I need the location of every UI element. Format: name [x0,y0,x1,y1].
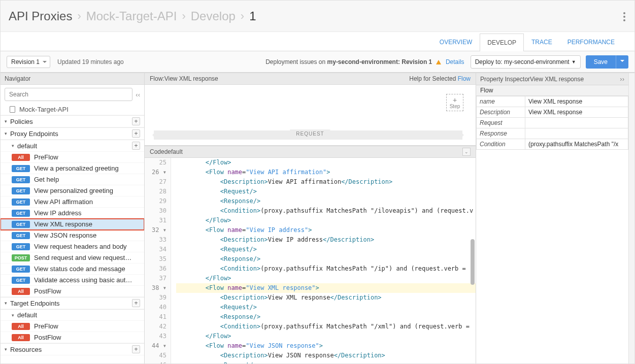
inspector-row[interactable]: DescriptionView XML response [477,107,628,118]
code-editor[interactable]: 2526 ▾272829303132 ▾333435363738 ▾394041… [145,158,476,363]
inspector-key: Condition [477,139,525,150]
inspector-value[interactable] [525,128,628,139]
chevron-right-icon: › [241,10,244,23]
inspector-value[interactable]: View XML response [525,107,628,118]
code-line[interactable]: <Response/> [176,312,476,322]
crumb-proxy[interactable]: Mock-Target-API [86,9,177,23]
revision-select[interactable]: Revision 1 [7,56,50,68]
center-panel: Flow: View XML response Help for Selecte… [145,73,476,363]
breadcrumb: API Proxies › Mock-Target-API › Develop … [1,1,634,32]
code-line[interactable]: <Flow name="View IP address"> [176,225,476,235]
code-line[interactable]: <Request/> [176,303,476,312]
method-badge: GET [12,266,30,273]
kebab-menu-icon[interactable] [623,11,625,23]
code-line[interactable]: <Request/> [176,187,476,196]
flow-item[interactable]: AllPostFlow [1,332,144,343]
add-policy-button[interactable]: + [132,117,140,125]
flow-item[interactable]: GETView personalized greeting [1,185,144,196]
inspector-key: Description [477,107,525,118]
flow-item[interactable]: POSTSend request and view request… [1,252,144,263]
flow-label: PreFlow [34,153,140,161]
inspector-value[interactable] [525,118,628,128]
add-target-endpoint-button[interactable]: + [132,299,140,307]
method-badge: GET [12,187,30,194]
code-line[interactable]: </Flow> [176,216,476,225]
tab-trace[interactable]: TRACE [524,33,560,51]
flow-item[interactable]: GETView a personalized greeting [1,163,144,174]
method-badge: GET [12,210,30,217]
crumb-api-proxies[interactable]: API Proxies [9,9,72,23]
page-scrollbar[interactable] [628,73,634,363]
flow-item[interactable]: GETGet help [1,174,144,185]
add-proxy-endpoint-button[interactable]: + [132,129,140,138]
code-line[interactable]: <Response/> [176,196,476,206]
code-line[interactable]: <Condition>(proxy.pathsuffix MatchesPath… [176,206,476,216]
code-line[interactable]: <Description>View XML response</Descript… [176,293,476,303]
flow-item[interactable]: AllPostFlow [1,286,144,297]
search-input[interactable] [5,88,132,101]
add-resource-button[interactable]: + [132,345,140,353]
code-line[interactable]: <Condition>(proxy.pathsuffix MatchesPath… [176,264,476,274]
flow-item[interactable]: GETView API affirmation [1,196,144,208]
collapse-navigator-icon[interactable]: ‹‹ [136,91,140,98]
code-line[interactable]: </Flow> [176,332,476,341]
code-line[interactable]: <Request/> [176,245,476,254]
code-line[interactable]: <Flow name="View JSON response"> [176,341,476,351]
navigator-panel: Navigator ‹‹ Mock-Target-API Policies + … [1,73,145,363]
inspector-row[interactable]: Condition(proxy.pathsuffix MatchesPath "… [477,139,628,150]
flow-item[interactable]: GETView request headers and body [1,241,144,252]
code-line[interactable]: <Request/> [176,360,476,363]
tree-root-proxy[interactable]: Mock-Target-API [1,104,144,115]
code-line[interactable]: <Flow name="View XML response"> [176,283,476,293]
flow-item[interactable]: AllPreFlow [1,321,144,332]
help-flow-link[interactable]: Flow [458,75,471,82]
flow-label: View XML response [34,220,140,228]
inspector-row[interactable]: Request [477,118,628,128]
flow-item[interactable]: GETView IP address [1,208,144,219]
warning-icon [436,60,441,64]
expand-inspector-icon[interactable]: ›› [620,75,624,83]
inspector-row[interactable]: nameView XML response [477,96,628,107]
details-link[interactable]: Details [446,58,464,65]
flow-label: View IP address [34,209,140,217]
code-line[interactable]: <Condition>(proxy.pathsuffix MatchesPath… [176,322,476,332]
flow-item[interactable]: GETValidate access using basic aut… [1,275,144,286]
add-step-button[interactable]: + Step [446,94,463,111]
crumb-section[interactable]: Develop [191,9,236,23]
code-options-dropdown[interactable]: ⌄ [462,148,471,156]
inspector-value[interactable]: (proxy.pathsuffix MatchesPath "/x [525,139,628,150]
flow-canvas[interactable]: + Step REQUEST [145,85,476,146]
target-endpoint-default[interactable]: default [1,309,144,321]
proxy-endpoint-default[interactable]: default + [1,140,144,152]
method-badge: All [12,334,30,341]
scrollbar-thumb[interactable] [471,239,475,285]
flow-label: Send request and view request… [34,254,140,261]
flow-item[interactable]: AllPreFlow [1,152,144,163]
section-target-endpoints[interactable]: Target Endpoints + [1,297,144,309]
code-line[interactable]: </Flow> [176,158,476,168]
code-line[interactable]: <Flow name="View API affirmation"> [176,168,476,177]
code-line[interactable]: </Flow> [176,274,476,283]
code-line[interactable]: <Response/> [176,254,476,264]
section-proxy-endpoints[interactable]: Proxy Endpoints + [1,127,144,140]
deploy-to-select[interactable]: Deploy to: my-second-environment ▼ [471,55,581,69]
tab-develop[interactable]: DEVELOP [480,34,524,51]
save-button[interactable]: Save [586,55,616,69]
code-line[interactable]: <Description>View IP address</Descriptio… [176,235,476,245]
action-bar: Revision 1 Updated 19 minutes ago Deploy… [1,51,634,73]
save-dropdown[interactable] [616,55,628,69]
flow-item[interactable]: GETView JSON response [1,230,144,241]
code-line[interactable]: <Description>View JSON response</Descrip… [176,351,476,360]
add-flow-button[interactable]: + [132,142,140,150]
section-policies[interactable]: Policies + [1,115,144,127]
inspector-value[interactable]: View XML response [525,96,628,107]
tab-overview[interactable]: OVERVIEW [432,33,480,51]
inspector-row[interactable]: Response [477,128,628,139]
navigator-tree[interactable]: Mock-Target-API Policies + Proxy Endpoin… [1,104,144,363]
code-line[interactable]: <Description>View API affirmation</Descr… [176,177,476,187]
flow-item[interactable]: GETView XML response [1,219,144,230]
updated-text: Updated 19 minutes ago [57,58,124,65]
flow-item[interactable]: GETView status code and message [1,263,144,275]
section-resources[interactable]: Resources + [1,343,144,355]
tab-performance[interactable]: PERFORMANCE [560,33,622,51]
